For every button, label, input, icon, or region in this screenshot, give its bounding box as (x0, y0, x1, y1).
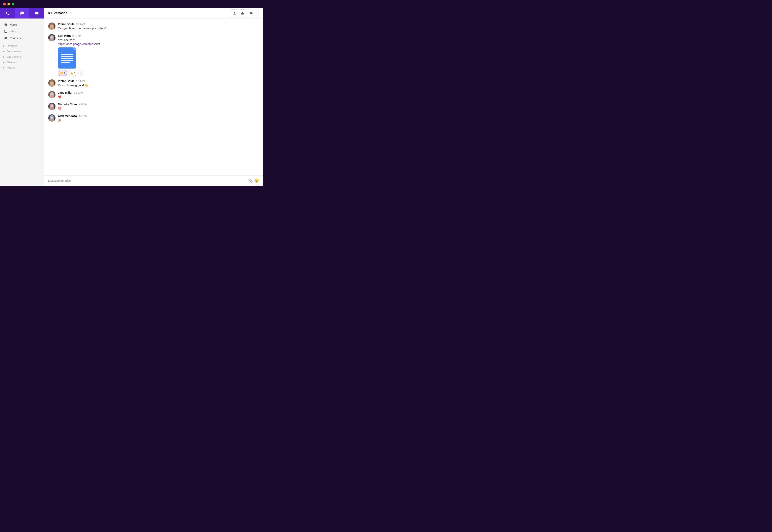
sidebar-section-departments[interactable]: ▶ Departments (0, 49, 44, 54)
message-input-area: 📎 🙂 (44, 175, 263, 186)
minimize-button[interactable] (7, 3, 10, 5)
avatar (48, 103, 55, 110)
message-content: Michelle Chen 9:52 AM 💯 (58, 103, 259, 111)
reaction-thumbsup[interactable]: 👍 1 (68, 70, 77, 76)
maximize-button[interactable] (12, 3, 14, 5)
doc-lines (61, 54, 73, 64)
message-time: 9:52 AM (78, 103, 87, 106)
sidebar-item-contacts[interactable]: Contacts (0, 35, 44, 42)
equalizer-icon (241, 11, 244, 15)
message-row: Alan Mendoza 9:53 AM 🎉 (48, 114, 259, 122)
sidebar: Home Inbox Contacts ▶ Favorites ▶ Depart… (0, 8, 44, 186)
sidebar-menu: Home Inbox Contacts ▶ Favorites ▶ Depart… (0, 19, 44, 186)
doc-corner (72, 47, 76, 51)
message-content: Pierre Boule 9:29 AM Can you bump me the… (58, 23, 259, 31)
chevron-departments: ▶ (3, 50, 5, 52)
add-member-button[interactable] (230, 9, 238, 17)
reaction-count: 1 (74, 72, 75, 75)
message-row: Pierre Boule 9:50 AM Pierre: Looking goo… (48, 79, 259, 87)
message-time: 9:53 AM (78, 115, 87, 118)
messages-area: Pierre Boule 9:29 AM Can you bump me the… (44, 18, 263, 175)
message-row: Pierre Boule 9:29 AM Can you bump me the… (48, 23, 259, 31)
sidebar-section-call-centers[interactable]: ▶ Call Centers (0, 54, 44, 59)
chevron-favorites: ▶ (3, 45, 5, 47)
message-author: Pierre Boule (58, 23, 74, 26)
message-header: Michelle Chen 9:52 AM (58, 103, 259, 106)
add-reaction-icon: ☺ (80, 71, 83, 75)
message-text: Can you bump me the new pitch deck? (58, 26, 259, 31)
avatar-body (49, 25, 54, 30)
sidebar-section-label-favorites: Favorites (6, 44, 17, 47)
message-header: Lori Mitra 9:45 AM (58, 34, 259, 37)
message-text: Yes, one sec: (58, 38, 259, 42)
video-call-button-group: ▾ (247, 9, 259, 17)
sidebar-section-favorites[interactable]: ▶ Favorites (0, 43, 44, 49)
message-time: 9:29 AM (76, 23, 85, 26)
video-call-button[interactable] (247, 9, 255, 17)
avatar-body (49, 105, 54, 110)
reaction-emoji: 👍 (70, 72, 73, 75)
inbox-icon (4, 30, 8, 33)
close-button[interactable] (3, 3, 6, 5)
main-content: # Everyone ☆ ▾ (44, 8, 263, 186)
message-header: Pierre Boule 9:29 AM (58, 23, 259, 26)
sidebar-label-inbox: Inbox (10, 30, 16, 33)
sidebar-section-channels[interactable]: ▶ Channels (0, 59, 44, 65)
chevron-recent: ▶ (3, 67, 5, 69)
avatar (48, 34, 55, 41)
message-text: 🎉 (58, 118, 259, 122)
reaction-smile[interactable]: 😁 1 (58, 70, 67, 76)
nav-chat-button[interactable] (15, 8, 29, 18)
message-link[interactable]: https://docs.google.com/transcript (58, 42, 100, 46)
video-call-icon (249, 11, 253, 15)
doc-line (61, 54, 73, 55)
message-text: ❤️ (58, 95, 259, 99)
stats-button[interactable] (239, 9, 246, 17)
message-header: Pierre Boule 9:50 AM (58, 79, 259, 83)
add-reaction-button[interactable]: ☺ (78, 70, 84, 76)
video-icon (35, 11, 39, 15)
message-row: Jane Miller 9:51 AM ❤️ (48, 91, 259, 99)
sidebar-section-label-call-centers: Call Centers (6, 55, 21, 58)
sidebar-section-label-departments: Departments (6, 50, 21, 53)
message-row: Lori Mitra 9:45 AM Yes, one sec: https:/… (48, 34, 259, 76)
emoji-icon[interactable]: 🙂 (254, 178, 259, 183)
sidebar-section-recent[interactable]: ▶ Recent (0, 65, 44, 70)
titlebar (0, 0, 263, 8)
home-icon (4, 23, 8, 26)
phone-icon (5, 11, 9, 15)
reaction-emoji: 😁 (60, 72, 63, 75)
nav-video-button[interactable] (29, 8, 44, 18)
attachment-icon[interactable]: 📎 (248, 178, 253, 183)
channel-header: # Everyone ☆ ▾ (44, 8, 263, 18)
sidebar-label-home: Home (10, 23, 17, 26)
add-person-icon (232, 11, 236, 15)
avatar-body (49, 82, 54, 87)
nav-phone-button[interactable] (0, 8, 15, 18)
avatar (48, 91, 55, 98)
doc-line (61, 62, 70, 63)
header-actions: ▾ (230, 9, 259, 17)
doc-line (61, 60, 73, 61)
doc-attachment[interactable] (58, 47, 76, 69)
sidebar-label-contacts: Contacts (10, 37, 21, 40)
chevron-call-centers: ▶ (3, 56, 5, 58)
reactions-bar: 😁 1 👍 1 ☺ (58, 70, 259, 76)
avatar (48, 23, 55, 30)
avatar-body (49, 117, 54, 122)
message-author: Jane Miller (58, 91, 72, 94)
message-text: Pierre: Looking good 👋 (58, 83, 259, 87)
star-icon[interactable]: ☆ (69, 11, 72, 15)
message-time: 9:50 AM (76, 80, 85, 83)
video-call-dropdown[interactable]: ▾ (255, 9, 259, 17)
message-time: 9:51 AM (74, 91, 83, 94)
message-content: Jane Miller 9:51 AM ❤️ (58, 91, 259, 99)
message-author: Lori Mitra (58, 34, 71, 37)
doc-line (61, 58, 73, 59)
sidebar-item-inbox[interactable]: Inbox (0, 28, 44, 35)
message-input[interactable] (48, 179, 246, 182)
channel-title: # Everyone ☆ (48, 11, 72, 15)
message-header: Alan Mendoza 9:53 AM (58, 114, 259, 118)
avatar-body (49, 93, 54, 98)
sidebar-item-home[interactable]: Home (0, 21, 44, 28)
